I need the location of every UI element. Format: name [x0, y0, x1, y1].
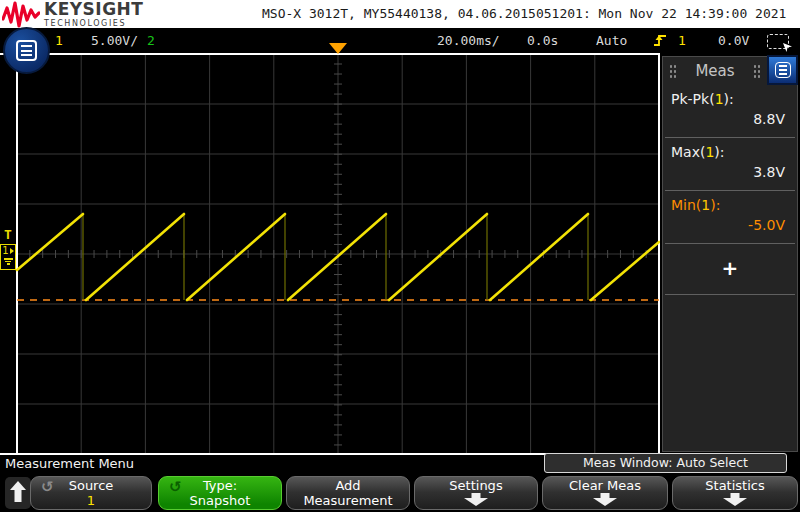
keysight-logo-text: KEYSIGHT TECHNOLOGIES [44, 1, 143, 28]
oscilloscope-screen: KEYSIGHT TECHNOLOGIES MSO-X 3012T, MY554… [0, 0, 800, 512]
meas-row-max[interactable]: Max(1): 3.8V [663, 138, 797, 190]
keysight-waveform-icon [2, 1, 40, 28]
knob-icon: ↺ [169, 478, 182, 496]
brand-name: KEYSIGHT [44, 1, 143, 18]
trigger-source[interactable]: 1 [678, 33, 686, 48]
ch1-scale[interactable]: 5.00V/ [91, 33, 138, 48]
meas-label: Min(1): [671, 197, 789, 213]
meas-value: 3.8V [671, 160, 789, 186]
ch1-ground-marker[interactable]: 1 [0, 244, 16, 270]
meas-menu-button[interactable] [767, 55, 798, 85]
brand-subname: TECHNOLOGIES [44, 20, 143, 28]
up-arrow-icon [10, 481, 26, 490]
waveform-display [0, 53, 660, 455]
down-arrow-icon [593, 498, 617, 506]
meas-window-setting: Meas Window: Auto Select [544, 453, 787, 473]
status-bar: 1 5.00V/ 2 20.00ms/ 0.0s Auto 1 0.0V [0, 28, 800, 53]
meas-value: -5.0V [671, 213, 789, 239]
drag-grip-icon[interactable] [669, 64, 677, 78]
header-bar: KEYSIGHT TECHNOLOGIES MSO-X 3012T, MY554… [0, 0, 800, 28]
meas-value: 8.8V [671, 107, 789, 133]
acquisition-mode[interactable]: Auto [596, 33, 627, 48]
meas-panel-title: Meas [683, 62, 747, 80]
menu-title: Measurement Menu [5, 456, 134, 471]
trigger-level-marker[interactable]: T [4, 227, 12, 242]
ground-symbol-icon [4, 257, 13, 265]
trigger-time-marker[interactable] [329, 43, 347, 54]
softkey-add-measurement[interactable]: Add Measurement [286, 476, 410, 510]
instrument-title: MSO-X 3012T, MY55440138, 04.06.201505120… [262, 6, 786, 21]
ch1-number[interactable]: 1 [55, 33, 63, 48]
trigger-level[interactable]: 0.0V [718, 33, 749, 48]
meas-row-pkpk[interactable]: Pk-Pk(1): 8.8V [663, 85, 797, 137]
meas-panel: Meas Pk-Pk(1): 8.8V Max(1): 3.8V Min(1):… [662, 56, 798, 452]
meas-label: Max(1): [671, 144, 789, 160]
timebase-value[interactable]: 20.00ms/ [437, 33, 500, 48]
back-up-button[interactable] [5, 477, 31, 509]
menu-icon [775, 62, 791, 78]
touch-select-icon[interactable] [767, 34, 789, 49]
ch1-marker-number: 1 [2, 246, 8, 256]
waveform-svg [0, 53, 660, 455]
ch1-marker-arrow-icon [10, 248, 14, 254]
softkey-clear-meas[interactable]: Clear Meas [542, 476, 668, 510]
softkey-statistics[interactable]: Statistics [672, 476, 798, 510]
separator [665, 294, 795, 295]
knob-icon: ↺ [41, 478, 54, 496]
add-measurement-button[interactable]: + [663, 244, 797, 294]
down-arrow-icon [723, 498, 747, 506]
down-arrow-icon [464, 498, 488, 506]
trigger-edge-icon[interactable] [652, 32, 668, 51]
menu-icon [16, 40, 37, 61]
softkey-type[interactable]: ↺ Type: Snapshot [158, 476, 282, 510]
softkey-settings[interactable]: Settings [414, 476, 538, 510]
drag-grip-icon[interactable] [753, 64, 761, 78]
meas-row-min[interactable]: Min(1): -5.0V [663, 191, 797, 243]
meas-label: Pk-Pk(1): [671, 91, 789, 107]
ch2-number[interactable]: 2 [147, 33, 155, 48]
meas-panel-header[interactable]: Meas [663, 57, 797, 85]
keysight-logo: KEYSIGHT TECHNOLOGIES [2, 1, 143, 28]
main-menu-button[interactable] [3, 27, 50, 74]
softkey-source[interactable]: ↺ Source 1 [30, 476, 152, 510]
delay-value[interactable]: 0.0s [527, 33, 558, 48]
